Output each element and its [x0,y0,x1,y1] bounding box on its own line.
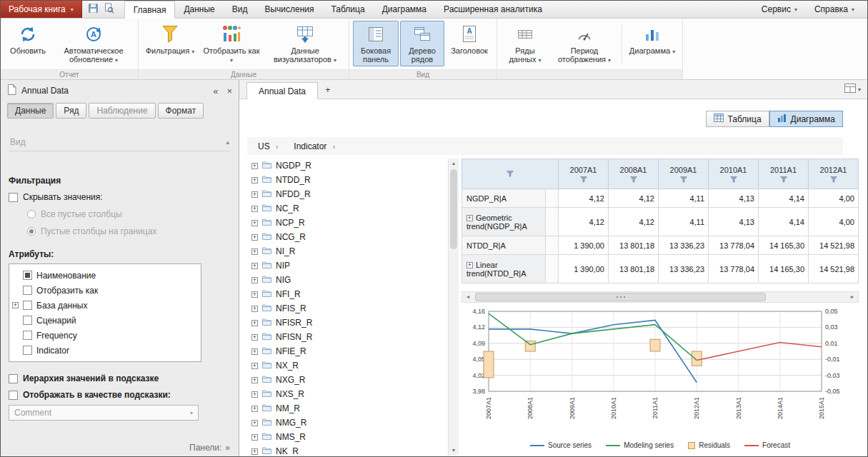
expand-icon[interactable]: + [467,262,473,268]
save-icon[interactable] [88,3,99,16]
expand-icon[interactable]: + [467,215,473,221]
radio-button[interactable] [27,210,36,219]
tabbar-layout-button[interactable]: ▾ [844,84,867,99]
column-filter-icon[interactable] [659,176,708,183]
menu-item[interactable]: Сервис▾ [753,1,806,18]
sidebar-tab[interactable]: Формат [158,103,204,119]
tree-item[interactable]: +NMS_R [247,430,447,444]
column-filter-icon[interactable] [609,176,658,183]
value-cell[interactable]: 4,12 [559,189,609,208]
row-label-cell[interactable]: +Linear trend(NTDD_R|A [462,255,546,283]
expand-icon[interactable]: + [251,220,258,226]
column-header[interactable]: 2012A1 [809,159,859,189]
collapse-section-icon[interactable]: ▴ [226,139,229,146]
scrollbar-thumb[interactable] [475,293,766,301]
tree-item[interactable]: +NFI_R [247,287,447,301]
table-hscrollbar[interactable]: ◄ ► [462,291,859,303]
scroll-left-icon[interactable]: ◄ [462,292,474,302]
value-cell[interactable]: 13 778,04 [709,236,759,255]
expand-icon[interactable]: + [251,234,258,241]
value-cell[interactable]: 4,12 [609,189,659,208]
series-tree-button[interactable]: Дерево рядов [400,21,444,66]
row-header-filter[interactable] [462,159,559,189]
value-cell[interactable]: 4,12 [609,208,659,236]
hide-values-checkbox-row[interactable]: Скрывать значения: [9,192,231,202]
menu-tab[interactable]: Расширенная аналитика [435,1,551,18]
scroll-right-icon[interactable]: ► [847,292,858,302]
expand-icon[interactable]: + [251,420,258,426]
expand-icon[interactable]: + [251,448,258,455]
new-tab-button[interactable]: + [318,81,338,99]
visualizer-data-button[interactable]: Данные визуализаторов ▾ [265,21,345,66]
tree-item[interactable]: +NCG_R [247,230,447,244]
radio-option[interactable]: Пустые столбцы на границах [27,226,231,236]
auto-update-button[interactable]: A Автоматическое обновление ▾ [53,21,134,66]
checkbox[interactable] [23,316,32,325]
display-as-button[interactable]: Отобразить как ▾ [199,21,264,66]
column-header[interactable]: 2008A1 [609,159,659,189]
attribute-item[interactable]: Indicator [12,343,198,358]
tree-item[interactable]: +NK_R [247,444,447,456]
sidebar-tab[interactable]: Ряд [56,103,86,119]
checkbox[interactable] [23,346,32,355]
value-cell[interactable]: 1 390,00 [559,236,609,255]
tree-item[interactable]: +NCP_R [247,216,447,230]
expand-icon[interactable]: + [251,291,258,298]
expand-icon[interactable]: + [251,334,258,341]
expand-icon[interactable]: + [12,302,19,308]
value-cell[interactable]: 4,14 [759,189,809,208]
expand-icon[interactable]: + [251,348,258,355]
value-cell[interactable]: 13 336,23 [659,255,709,283]
value-cell[interactable]: 1 390,00 [559,255,609,283]
value-cell[interactable]: 4,00 [809,189,859,208]
side-panel-button[interactable]: Боковая панель [353,21,399,66]
radio-option[interactable]: Все пустые столбцы [27,209,231,219]
table-view-button[interactable]: Таблица [706,111,769,127]
comment-select[interactable]: Comment ▾ [9,405,199,421]
print-preview-icon[interactable] [104,3,114,16]
expand-icon[interactable]: + [251,248,258,255]
radio-button[interactable] [27,227,36,236]
value-cell[interactable]: 14 521,98 [809,236,859,255]
menu-tab[interactable]: Таблица [323,1,374,18]
menu-tab[interactable]: Вид [224,1,256,18]
tree-scrollbar[interactable]: ▲ ▼ [448,159,459,456]
breadcrumb-item[interactable]: US› [251,139,284,154]
value-cell[interactable]: 13 801,18 [609,236,659,255]
value-cell[interactable]: 4,13 [709,208,759,236]
expand-icon[interactable]: + [251,277,258,283]
close-panel-icon[interactable]: × [226,86,232,96]
column-filter-icon[interactable] [709,176,758,183]
expand-icon[interactable]: + [251,263,258,269]
tree-item[interactable]: +NFDD_R [247,187,447,201]
checkbox[interactable] [23,331,32,340]
tree-item[interactable]: +NFIE_R [247,344,447,358]
value-cell[interactable]: 13 801,18 [609,255,659,283]
tree-item[interactable]: +NFIS_R [247,301,447,316]
show-as-tooltip-row[interactable]: Отображать в качестве подсказки: [9,390,231,400]
column-header[interactable]: 2007A1 [559,159,609,189]
tree-item[interactable]: +NIP [247,258,447,273]
column-header[interactable]: 2009A1 [659,159,709,189]
value-cell[interactable]: 4,00 [809,208,859,236]
column-filter-icon[interactable] [462,171,558,177]
value-cell[interactable]: 13 336,23 [659,236,709,255]
scroll-up-icon[interactable]: ▲ [449,159,459,169]
menu-tab[interactable]: Диаграмма [374,1,435,18]
tree-item[interactable]: +NMG_R [247,416,447,430]
data-series-button[interactable]: Ряды данных ▾ [501,21,549,66]
expand-icon[interactable]: + [251,434,258,441]
tree-item[interactable]: +NFISR_R [247,316,447,330]
value-cell[interactable]: 14 521,98 [809,255,859,283]
tree-item[interactable]: +NC_R [247,201,447,216]
attribute-item[interactable]: +База данных [12,298,198,313]
attribute-item[interactable]: Отобразить как [12,283,198,298]
tree-item[interactable]: +NIG [247,273,447,287]
value-cell[interactable]: 4,13 [709,189,759,208]
expand-icon[interactable]: + [251,177,258,184]
checkbox[interactable] [9,391,18,400]
value-cell[interactable]: 4,14 [759,208,809,236]
attribute-item[interactable]: Сценарий [12,313,198,328]
column-header[interactable]: 2010A1 [709,159,759,189]
attribute-item[interactable]: Frequency [12,328,198,343]
